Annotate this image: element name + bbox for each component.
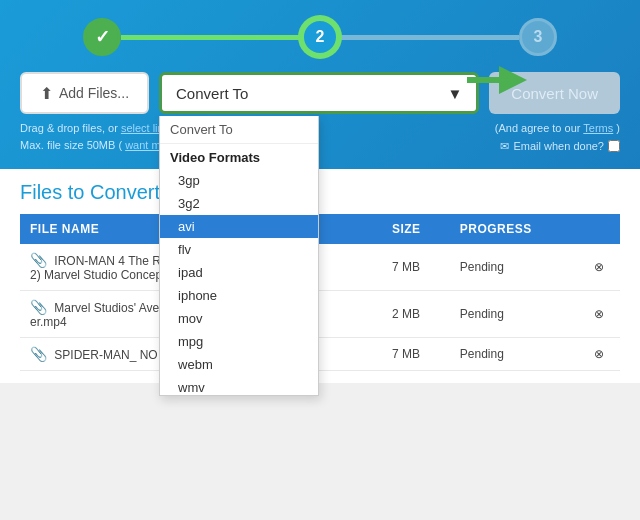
step-line-1 xyxy=(121,35,301,40)
email-checkbox[interactable] xyxy=(608,140,620,152)
file-extra xyxy=(354,338,382,371)
file-status: Pending xyxy=(450,244,578,291)
filesize-text: Max. file size 50MB ( xyxy=(20,139,122,151)
col-remove xyxy=(578,214,620,244)
file-icon: 📎 xyxy=(30,252,47,268)
step-2: 2 xyxy=(301,18,339,56)
arrow-wrapper xyxy=(467,66,527,94)
col-size: SIZE xyxy=(382,214,450,244)
file-size: 7 MB xyxy=(382,244,450,291)
files-section: Files to Convert FILE NAME SIZE PROGRESS… xyxy=(0,169,640,383)
chevron-down-icon: ▼ xyxy=(447,85,462,102)
terms-link[interactable]: Terms xyxy=(583,122,613,134)
format-dropdown[interactable]: Convert To Video Formats 3gp 3g2 avi flv… xyxy=(159,116,319,396)
upload-icon: ⬆ xyxy=(40,84,53,103)
dropdown-header: Convert To xyxy=(160,116,318,144)
table-row: 📎 IRON-MAN 4 The Resurrection Te...2) Ma… xyxy=(20,244,620,291)
sub-row: Drag & drop files, or select link Max. f… xyxy=(20,120,620,155)
files-table: FILE NAME SIZE PROGRESS 📎 IRON-MAN 4 The… xyxy=(20,214,620,371)
col-progress: PROGRESS xyxy=(450,214,578,244)
steps-indicator: ✓ 2 3 xyxy=(20,18,620,56)
file-icon: 📎 xyxy=(30,346,47,362)
files-table-header: FILE NAME SIZE PROGRESS xyxy=(20,214,620,244)
email-icon: ✉ xyxy=(500,138,509,156)
format-avi[interactable]: avi xyxy=(160,215,318,238)
step-2-label: 2 xyxy=(316,28,325,46)
action-row: ⬆ Add Files... Convert To ▼ Convert To V… xyxy=(20,72,620,114)
email-agree-section: (And agree to our Terms ) ✉ Email when d… xyxy=(495,120,620,155)
remove-button[interactable]: ⊗ xyxy=(578,291,620,338)
email-when-done-row: ✉ Email when done? xyxy=(495,138,620,156)
format-3g2[interactable]: 3g2 xyxy=(160,192,318,215)
format-mpg[interactable]: mpg xyxy=(160,330,318,353)
file-icon: 📎 xyxy=(30,299,47,315)
files-title-colored: Convert xyxy=(90,181,160,203)
file-extra xyxy=(354,291,382,338)
step-3-label: 3 xyxy=(534,28,543,46)
step-3: 3 xyxy=(519,18,557,56)
file-size: 2 MB xyxy=(382,291,450,338)
file-size: 7 MB xyxy=(382,338,450,371)
email-label: Email when done? xyxy=(513,138,604,156)
remove-button[interactable]: ⊗ xyxy=(578,338,620,371)
drag-drop-line1: Drag & drop files, or xyxy=(20,122,121,134)
convert-to-button[interactable]: Convert To ▼ xyxy=(159,72,479,114)
table-row: 📎 Marvel Studios' Avengers_ Infinity...e… xyxy=(20,291,620,338)
remove-button[interactable]: ⊗ xyxy=(578,244,620,291)
agree-text: (And agree to our Terms ) xyxy=(495,120,620,138)
step-1-check: ✓ xyxy=(95,26,110,48)
agree-prefix: (And agree to our xyxy=(495,122,581,134)
format-wmv[interactable]: wmv xyxy=(160,376,318,396)
files-table-body: 📎 IRON-MAN 4 The Resurrection Te...2) Ma… xyxy=(20,244,620,371)
top-bar: ✓ 2 3 ⬆ Add Files... Convert To ▼ Conver… xyxy=(0,0,640,169)
add-files-label: Add Files... xyxy=(59,85,129,101)
add-files-button[interactable]: ⬆ Add Files... xyxy=(20,72,149,114)
video-formats-label: Video Formats xyxy=(160,144,318,169)
step-line-2 xyxy=(339,35,519,40)
format-flv[interactable]: flv xyxy=(160,238,318,261)
file-extra xyxy=(354,244,382,291)
format-ipad[interactable]: ipad xyxy=(160,261,318,284)
format-mov[interactable]: mov xyxy=(160,307,318,330)
files-title: Files to Convert xyxy=(20,181,620,204)
format-3gp[interactable]: 3gp xyxy=(160,169,318,192)
file-status: Pending xyxy=(450,338,578,371)
col-empty xyxy=(354,214,382,244)
file-status: Pending xyxy=(450,291,578,338)
convert-to-wrapper: Convert To ▼ Convert To Video Formats 3g… xyxy=(159,72,479,114)
convert-to-label: Convert To xyxy=(176,85,248,102)
step-1: ✓ xyxy=(83,18,121,56)
agree-suffix: ) xyxy=(616,122,620,134)
format-webm[interactable]: webm xyxy=(160,353,318,376)
format-iphone[interactable]: iphone xyxy=(160,284,318,307)
files-title-plain: Files to xyxy=(20,181,90,203)
table-row: 📎 SPIDER-MAN_ NO WAY HOME Tr... 7 MB Pen… xyxy=(20,338,620,371)
